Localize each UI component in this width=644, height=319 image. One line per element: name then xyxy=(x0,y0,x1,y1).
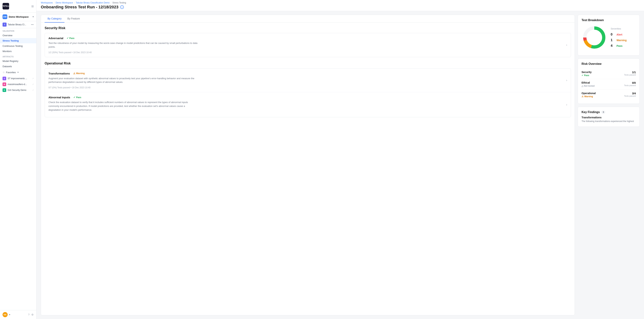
tabs-bar: By Category By Feature xyxy=(41,15,574,22)
fav-avatar-s: S xyxy=(2,77,6,80)
breadcrumb: Workspaces / Demo Workspace / Tabular Bi… xyxy=(41,2,640,4)
favorites-list: S ST improvements ... ↗ M massimoaufiero… xyxy=(0,76,36,94)
warning-count: 1 xyxy=(611,38,615,42)
center-panel: By Category By Feature Security Risk Adv… xyxy=(41,15,575,315)
layout-toggle-icon[interactable]: ⊞ xyxy=(31,4,34,8)
fav-name-massimo: massimoaufiero-d... xyxy=(8,83,30,86)
risk-row-operational: Operational ⚠ Warning 3/4 Tests passed xyxy=(582,90,636,100)
test-badge-abnormal: ✓ Pass xyxy=(72,96,83,99)
sidebar-item-datasets[interactable]: Datasets xyxy=(0,64,36,69)
security-risk-section: Security Risk Adversarial ✓ Pass Test th… xyxy=(44,26,571,57)
findings-header: Key Findings 3 xyxy=(582,110,636,114)
risk-status-ethical: △ Not tested xyxy=(582,85,595,87)
fav-name-gai: GAI Security Demo xyxy=(8,89,30,92)
breadcrumb-current: Stress Testing xyxy=(112,2,126,4)
workspace-name: Demo Workspace xyxy=(9,16,31,18)
fav-item-massimo[interactable]: M massimoaufiero-d... ↗ xyxy=(0,82,36,87)
star-icon: ☆ xyxy=(2,71,5,74)
test-desc-adversarial: Test the robustness of your model by mea… xyxy=(48,41,198,49)
sidebar-item-overview[interactable]: Overview xyxy=(0,33,36,38)
test-desc-abnormal: Check the evaluation dataset to verify t… xyxy=(48,100,198,112)
pass-check-icon: ✓ xyxy=(67,37,69,40)
breadcrumb-tabular[interactable]: Tabular Binary Classification Demo xyxy=(76,2,110,4)
fav-avatar-m: M xyxy=(2,82,6,86)
security-risk-card: Adversarial ✓ Pass Test the robustness o… xyxy=(44,33,571,57)
severity-pass-row: 4 Pass xyxy=(611,44,626,48)
risk-category-ethical: Ethical xyxy=(582,81,595,84)
risk-label-security: Tests passed xyxy=(624,74,636,76)
content-area: By Category By Feature Security Risk Adv… xyxy=(36,11,644,319)
sidebar-item-monitors[interactable]: Monitors xyxy=(0,48,36,54)
fav-item-st[interactable]: S ST improvements ... ↗ xyxy=(0,76,36,82)
tab-by-category[interactable]: By Category xyxy=(44,15,64,22)
risk-row-security: Security ✓ Pass 1/1 Tests passed xyxy=(582,68,636,79)
workspace-chevron-icon: ▾ xyxy=(32,16,34,18)
fav-link-icon-st: ↗ xyxy=(32,78,34,80)
donut-container: Severities 0 Alert 1 Warning 4 Pass xyxy=(582,25,636,50)
finding-title: Transformations xyxy=(582,116,636,119)
main-area: Workspaces / Demo Workspace / Tabular Bi… xyxy=(36,0,644,319)
test-arrow-transformations: › xyxy=(566,79,567,82)
logo-area: ROBUST INTELLIGENCE ⊞ xyxy=(0,0,36,12)
fav-link-icon-gai: ↗ xyxy=(32,89,34,92)
tab-by-feature[interactable]: By Feature xyxy=(64,15,83,22)
sidebar-item-model-registry[interactable]: Model Registry xyxy=(0,58,36,64)
test-breakdown-title: Test Breakdown xyxy=(582,18,636,22)
severities-list: Severities 0 Alert 1 Warning 4 Pass xyxy=(611,27,626,48)
breadcrumb-demo-workspace[interactable]: Demo Workspace xyxy=(56,2,73,4)
panel-content: Security Risk Adversarial ✓ Pass Test th… xyxy=(41,22,574,315)
topbar: Workspaces / Demo Workspace / Tabular Bi… xyxy=(36,0,644,11)
info-icon[interactable]: i xyxy=(120,5,124,9)
severities-label: Severities xyxy=(611,27,626,30)
fav-item-gai[interactable]: G GAI Security Demo ↗ xyxy=(0,87,36,93)
warning-label: Warning xyxy=(616,39,626,42)
alert-label: Alert xyxy=(616,33,622,36)
sidebar-item-stress-testing[interactable]: Stress Testing xyxy=(0,38,36,43)
risk-overview-title: Risk Overview xyxy=(582,62,636,66)
test-item-transformations[interactable]: Transformations ⚠ Warning Augment your e… xyxy=(45,68,571,92)
test-name-transformations: Transformations xyxy=(48,72,70,75)
risk-label-ethical: Tests passed xyxy=(624,84,636,86)
not-tested-icon: △ xyxy=(582,85,583,87)
test-badge-adversarial: ✓ Pass xyxy=(65,36,76,40)
pass-count: 4 xyxy=(611,44,615,48)
project-name: Tabular Binary Cl... xyxy=(8,23,30,26)
risk-status-operational: ⚠ Warning xyxy=(582,95,596,98)
pass-icon-security: ✓ xyxy=(582,74,583,77)
test-name-abnormal: Abnormal Inputs xyxy=(48,96,70,99)
help-icon[interactable]: ? xyxy=(28,313,30,316)
page-title: Onboarding Stress Test Run - 12/18/2023 xyxy=(41,5,118,10)
risk-count-operational: 3/4 xyxy=(624,92,636,95)
test-meta-transformations: 0/7 (0%) Tests passed • 18 Dec 2023 10:4… xyxy=(48,86,90,89)
artifacts-section-label: ARTIFACTS xyxy=(0,54,36,58)
user-chevron-icon[interactable]: ▾ xyxy=(9,313,10,316)
operational-risk-card: Transformations ⚠ Warning Augment your e… xyxy=(44,68,571,117)
severity-warning-row: 1 Warning xyxy=(611,38,626,42)
findings-count-badge: 3 xyxy=(601,111,606,114)
test-item-abnormal-inputs[interactable]: Abnormal Inputs ✓ Pass Check the evaluat… xyxy=(45,92,571,117)
sidebar-item-continuous-testing[interactable]: Continuous Testing xyxy=(0,43,36,48)
project-more-icon[interactable]: ••• xyxy=(31,23,34,26)
sidebar-bottom: KK ▾ ? ⚙ xyxy=(0,310,36,319)
project-item[interactable]: T Tabular Binary Cl... ••• xyxy=(0,21,36,28)
breadcrumb-workspaces[interactable]: Workspaces xyxy=(41,2,53,4)
right-panel: Test Breakdown Severities xyxy=(578,15,640,315)
test-item-adversarial[interactable]: Adversarial ✓ Pass Test the robustness o… xyxy=(45,33,571,57)
validation-section-label: VALIDATION xyxy=(0,28,36,33)
test-meta-adversarial: 1/2 (50%) Tests passed • 18 Dec 2023 10:… xyxy=(48,51,92,54)
pass-check-icon-2: ✓ xyxy=(74,96,76,99)
pass-label: Pass xyxy=(616,44,622,47)
settings-icon[interactable]: ⚙ xyxy=(31,313,34,316)
test-desc-transformations: Augment your evaluation dataset with syn… xyxy=(48,77,198,84)
risk-status-security: ✓ Pass xyxy=(582,74,592,77)
workspace-selector[interactable]: DW Demo Workspace ▾ xyxy=(0,12,36,21)
fav-avatar-g: G xyxy=(2,88,6,92)
favorites-toggle[interactable]: ☆ Favorites ▾ xyxy=(0,69,36,76)
key-findings-card: Key Findings 3 Transformations The follo… xyxy=(578,107,640,127)
test-breakdown-card: Test Breakdown Severities xyxy=(578,15,640,56)
risk-label-operational: Tests passed xyxy=(624,95,636,97)
operational-risk-title: Operational Risk xyxy=(44,62,571,65)
test-badge-transformations: ⚠ Warning xyxy=(72,72,86,75)
finding-desc: The following transformations experience… xyxy=(582,120,636,123)
sidebar: ROBUST INTELLIGENCE ⊞ DW Demo Workspace … xyxy=(0,0,36,319)
